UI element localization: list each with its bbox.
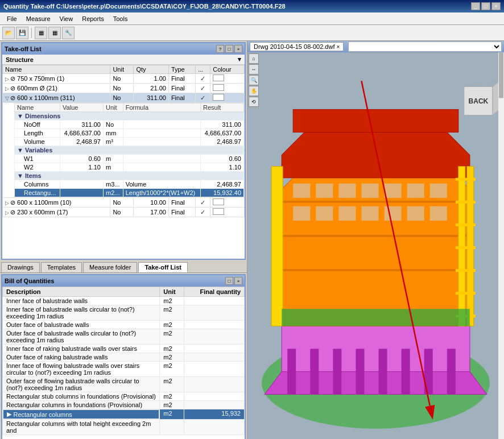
row5-check[interactable]: ✓ bbox=[196, 208, 210, 217]
columns-unit: m3... bbox=[103, 180, 123, 189]
tab-measure-folder[interactable]: Measure folder bbox=[83, 262, 137, 272]
takeoff-close[interactable]: × bbox=[234, 45, 242, 53]
boq-row[interactable]: Outer face of raking balustrade walls m2 bbox=[3, 353, 245, 362]
takeoff-table: Name Unit Qty Type ... Colour ▷⊘ 750 x 7… bbox=[2, 65, 245, 217]
table-row[interactable]: ▷⊘ 600mm Ø (21) No 21.00 Final ✓ bbox=[3, 84, 245, 93]
tool-2[interactable]: 🔍 bbox=[249, 75, 259, 85]
w2-value: 1.10 bbox=[60, 163, 104, 172]
tool-1[interactable]: ↔ bbox=[249, 64, 259, 74]
boq-qty-12 bbox=[184, 420, 244, 435]
boq-qty-5 bbox=[184, 345, 244, 353]
boq-row[interactable]: Outer face of flowing balustrade walls c… bbox=[3, 377, 245, 392]
minimize-button[interactable]: _ bbox=[471, 2, 480, 10]
row5-name: ▷⊘ 230 x 600mm (17) bbox=[3, 208, 110, 217]
boq-row[interactable]: Inner face of flowing balustrade walls o… bbox=[3, 362, 245, 377]
col-name: Name bbox=[3, 65, 110, 74]
menu-view[interactable]: View bbox=[55, 14, 78, 23]
sub-row-length[interactable]: Length 4,686,637.00 mm 4,686,637.00 bbox=[15, 129, 244, 138]
svg-rect-8 bbox=[287, 349, 296, 394]
row1-type: Final bbox=[168, 74, 195, 84]
svg-rect-42 bbox=[338, 206, 356, 221]
boq-row[interactable]: Outer face of balustrade walls m2 bbox=[3, 321, 245, 329]
boq-row[interactable]: Inner face of balustrade walls m2 bbox=[3, 297, 245, 305]
table-row[interactable]: ▷⊘ 600 x 1100mm (10) No 10.00 Final ✓ bbox=[3, 198, 245, 208]
boq-qty-2 bbox=[184, 305, 244, 321]
sub-row-columns[interactable]: Columns m3... Volume 2,468.97 bbox=[15, 180, 244, 189]
row1-check[interactable]: ✓ bbox=[196, 74, 210, 84]
viewport-tools: ⌂ ↔ 🔍 ✋ ⟲ bbox=[247, 52, 260, 108]
svg-rect-26 bbox=[456, 223, 476, 226]
boq-row[interactable]: Inner face of raking balustrade walls ov… bbox=[3, 345, 245, 353]
row2-check[interactable]: ✓ bbox=[196, 84, 210, 93]
menu-measure[interactable]: Measure bbox=[22, 14, 55, 23]
nooff-formula bbox=[123, 121, 200, 129]
svg-rect-49 bbox=[498, 52, 504, 439]
grid2-button[interactable]: ▦ bbox=[48, 27, 61, 39]
table-row[interactable]: ▷⊘ 750 x 750mm (1) No 1.00 Final ✓ bbox=[3, 74, 245, 84]
rectangu-value bbox=[60, 189, 104, 197]
grid3-button[interactable]: 🔧 bbox=[62, 27, 75, 39]
takeoff-maximize[interactable]: □ bbox=[225, 45, 233, 53]
view-dropdown[interactable] bbox=[348, 42, 502, 52]
table-row[interactable]: ▷⊘ 230 x 600mm (17) No 17.00 Final ✓ bbox=[3, 208, 245, 217]
svg-rect-18 bbox=[282, 235, 470, 237]
menu-reports[interactable]: Reports bbox=[77, 14, 109, 23]
menu-file[interactable]: File bbox=[2, 14, 22, 23]
boq-maximize[interactable]: □ bbox=[225, 277, 233, 285]
boq-title: Bill of Quantities bbox=[5, 278, 54, 284]
sub-row-rectangu[interactable]: Rectangu... m2... Length/1000*2*(W1+W2) … bbox=[15, 189, 244, 197]
sub-col-formula: Formula bbox=[123, 103, 200, 112]
row3-name: ▽⊘ 600 x 1100mm (311) bbox=[3, 93, 110, 103]
boq-row[interactable]: Rectangular columns with total height ex… bbox=[3, 420, 245, 435]
boq-desc-3: Outer face of balustrade walls bbox=[3, 321, 160, 329]
view-tab[interactable]: Drwg 2010-04-15 08-002.dwf × bbox=[250, 42, 344, 51]
structure-label: Structure bbox=[6, 56, 34, 63]
boq-qty-3 bbox=[184, 321, 244, 329]
row3-check[interactable]: ✓ bbox=[196, 93, 210, 103]
boq-row[interactable]: Rectangular columns in foundations (Prov… bbox=[3, 401, 245, 409]
volume-formula bbox=[123, 138, 200, 146]
takeoff-scroll[interactable]: Name Unit Qty Type ... Colour ▷⊘ 750 x 7… bbox=[2, 65, 245, 259]
svg-rect-44 bbox=[385, 206, 402, 221]
boq-row[interactable]: Inner face of balustrade walls circular … bbox=[3, 305, 245, 321]
tool-home[interactable]: ⌂ bbox=[249, 53, 259, 64]
row1-unit: No bbox=[110, 74, 134, 84]
boq-desc-5: Inner face of raking balustrade walls ov… bbox=[3, 345, 160, 353]
length-formula bbox=[123, 129, 200, 138]
tab-takeoff-list[interactable]: Take-off List bbox=[138, 262, 188, 272]
grid1-button[interactable]: ▦ bbox=[35, 27, 47, 39]
boq-scroll[interactable]: Description Unit Final quantity Inner fa… bbox=[2, 287, 245, 439]
rectangu-unit: m2... bbox=[103, 189, 123, 197]
row2-color bbox=[210, 84, 245, 93]
row4-check[interactable]: ✓ bbox=[196, 198, 210, 208]
svg-rect-37 bbox=[385, 184, 402, 198]
boq-row-selected[interactable]: ▶ Rectangular columns m2 15,932 bbox=[3, 409, 245, 420]
sub-row-w2[interactable]: W2 1.10 m 1.10 bbox=[15, 163, 244, 172]
nooff-unit: No bbox=[103, 121, 123, 129]
boq-close[interactable]: × bbox=[234, 277, 242, 285]
menu-tools[interactable]: Tools bbox=[109, 14, 133, 23]
tool-4[interactable]: ⟲ bbox=[249, 97, 259, 107]
boq-desc-10: Rectangular columns in foundations (Prov… bbox=[3, 401, 160, 409]
maximize-button[interactable]: □ bbox=[481, 2, 490, 10]
boq-controls: □ × bbox=[225, 277, 242, 285]
sub-row-w1[interactable]: W1 0.60 m 0.60 bbox=[15, 155, 244, 163]
open-button[interactable]: 📂 bbox=[2, 27, 15, 39]
sub-row-volume[interactable]: Volume 2,468.97 m³ 2,468.97 bbox=[15, 138, 244, 146]
view-tab-close[interactable]: × bbox=[337, 44, 340, 50]
close-button[interactable]: × bbox=[491, 2, 501, 10]
svg-rect-21 bbox=[293, 109, 458, 132]
sub-row-nooff[interactable]: NoOff 311.00 No 311.00 bbox=[15, 121, 244, 129]
svg-rect-25 bbox=[456, 201, 476, 204]
tab-templates[interactable]: Templates bbox=[41, 262, 82, 272]
tab-drawings[interactable]: Drawings bbox=[1, 262, 40, 272]
table-row[interactable]: ▽⊘ 600 x 1100mm (311) No 311.00 Final ✓ bbox=[3, 93, 245, 103]
boq-row[interactable]: Outer face of balustrade walls circular … bbox=[3, 329, 245, 345]
save-button[interactable]: 💾 bbox=[16, 27, 28, 39]
row4-qty: 10.00 bbox=[134, 198, 168, 208]
svg-rect-24 bbox=[456, 178, 476, 181]
tool-3[interactable]: ✋ bbox=[249, 86, 259, 96]
boq-row[interactable]: Rectangular stub columns in foundations … bbox=[3, 392, 245, 401]
rectangu-formula: Length/1000*2*(W1+W2) bbox=[123, 189, 200, 197]
takeoff-help[interactable]: ? bbox=[216, 45, 224, 53]
